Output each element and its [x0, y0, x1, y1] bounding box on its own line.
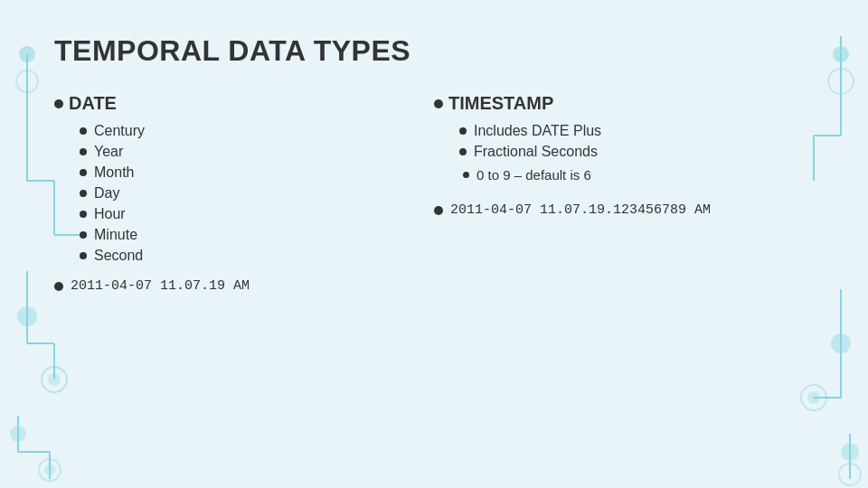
item-label: 0 to 9 – default is 6 [476, 167, 591, 183]
list-item: Month [80, 164, 434, 181]
date-items-list: Century Year Month Day Hour Minute Secon… [54, 123, 434, 264]
timestamp-bullet [434, 99, 443, 108]
timestamp-example: 2011-04-07 11.07.19.123456789 AM [434, 202, 814, 218]
timestamp-header-label: TIMESTAMP [448, 93, 553, 114]
item-label: Year [94, 144, 123, 160]
svg-point-29 [842, 444, 858, 460]
svg-point-25 [832, 334, 850, 352]
item-label: Second [94, 248, 143, 264]
date-header-label: DATE [69, 93, 117, 114]
svg-point-17 [45, 465, 54, 474]
list-item: Second [80, 248, 434, 264]
svg-point-27 [808, 392, 819, 403]
timestamp-items-list: Includes DATE Plus Fractional Seconds [434, 123, 814, 160]
list-item: 0 to 9 – default is 6 [463, 167, 814, 183]
list-item: Includes DATE Plus [459, 123, 814, 139]
date-example-value: 2011-04-07 11.07.19 AM [71, 278, 250, 294]
date-example: 2011-04-07 11.07.19 AM [54, 278, 434, 294]
svg-point-11 [49, 374, 60, 385]
item-label: Day [94, 185, 119, 202]
list-item: Fractional Seconds [459, 144, 814, 160]
list-item: Day [80, 185, 434, 202]
list-item: Hour [80, 206, 434, 222]
svg-point-15 [11, 427, 25, 441]
timestamp-sub-items-list: 0 to 9 – default is 6 [434, 167, 814, 183]
example-bullet [434, 206, 443, 215]
timestamp-section: TIMESTAMP Includes DATE Plus Fractional … [434, 93, 814, 294]
item-label: Includes DATE Plus [474, 123, 601, 139]
item-label: Century [94, 123, 145, 139]
date-section: DATE Century Year Month Day Hour Minute … [54, 93, 434, 294]
item-label: Month [94, 164, 134, 181]
list-item: Minute [80, 227, 434, 243]
example-bullet [54, 282, 63, 291]
item-label: Minute [94, 227, 137, 243]
list-item: Year [80, 144, 434, 160]
date-bullet [54, 99, 63, 108]
timestamp-example-value: 2011-04-07 11.07.19.123456789 AM [450, 202, 711, 218]
date-header: DATE [54, 93, 434, 114]
list-item: Century [80, 123, 434, 139]
page-title: TEMPORAL DATA TYPES [54, 34, 814, 68]
timestamp-header: TIMESTAMP [434, 93, 814, 114]
item-label: Fractional Seconds [474, 144, 598, 160]
item-label: Hour [94, 206, 126, 222]
